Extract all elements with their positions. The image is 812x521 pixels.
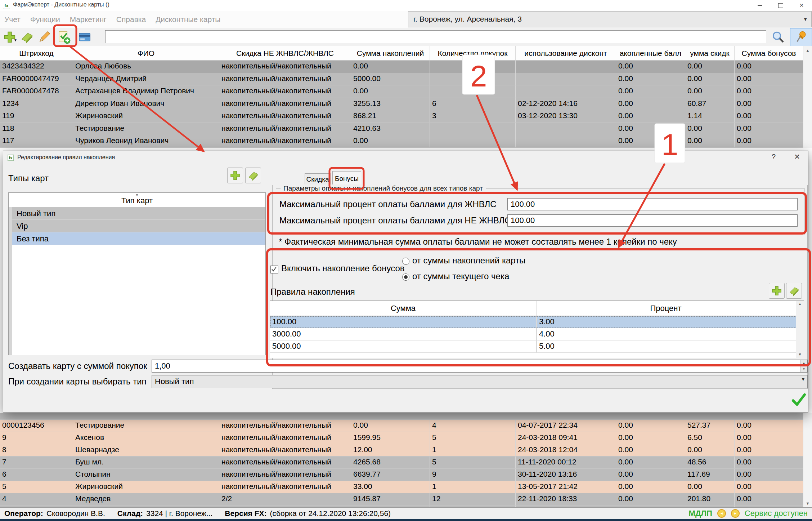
sum-spinner[interactable]: ▲ ▼ (800, 360, 807, 372)
table-row[interactable]: 117Чуриков Леонид Ивановичнакопительный/… (0, 135, 803, 148)
card-types-rows: Новый типVipБез типа (12, 207, 265, 245)
table-cell: 0.00 (351, 61, 430, 73)
search-input[interactable] (105, 30, 766, 43)
table-cell: накопительный/накопительный (219, 110, 351, 123)
table-row[interactable]: 5Жириновскийнакопительный/накопительный3… (0, 481, 803, 493)
table-row[interactable]: 4Медведев2/29145.871222-11-2020 18:330.0… (0, 493, 803, 506)
scroll-down-icon[interactable]: ▼ (798, 351, 802, 358)
table-cell: Тестирование (73, 123, 219, 135)
vertical-scrollbar[interactable]: ▲ (803, 46, 812, 148)
column-header[interactable]: использование дисконт (516, 46, 616, 60)
table-row[interactable]: 9Аксеновнакопительный/накопительный1599.… (0, 432, 803, 444)
table-cell: Черданцев Дмитрий (73, 73, 219, 85)
table-row[interactable]: 8Шеварнадзенакопительный/накопительный12… (0, 444, 803, 457)
radio-from-current-receipt[interactable] (402, 273, 409, 281)
spin-up-icon[interactable]: ▲ (800, 360, 807, 366)
eraser-icon (247, 170, 259, 181)
accumulation-rules-button[interactable] (55, 29, 72, 45)
column-header[interactable]: умма скидк (685, 46, 735, 60)
table-row[interactable]: FAR0000047478Астраханцев Владимир Петров… (0, 85, 803, 98)
version-status: Версия FX: (сборка от 24.12.2020 13:26:2… (225, 509, 391, 518)
scroll-up-icon[interactable]: ▲ (798, 301, 802, 307)
add-card-type-button[interactable] (227, 168, 243, 183)
table-cell: 6.50 (685, 432, 735, 444)
card-types-list-header[interactable]: ▼ Тип карт (9, 193, 265, 207)
menu-item-Маркетинг[interactable]: Маркетинг (70, 15, 107, 24)
row-header-strip (9, 207, 12, 355)
table-row[interactable]: 100.003.00 (270, 316, 804, 328)
radio-from-card-total[interactable] (402, 258, 409, 265)
column-header[interactable]: Количество покупок (430, 46, 516, 60)
branch-address-combobox[interactable]: г. Воронеж, ул. Арсенальная, 3 (408, 11, 812, 27)
close-button[interactable]: ✕ (791, 0, 812, 11)
operator-value: Сковородин В.В. (46, 509, 105, 518)
menu-item-Справка[interactable]: Справка (116, 15, 146, 24)
max-percent-zhnvls-input[interactable] (507, 198, 798, 210)
enable-bonus-checkbox[interactable] (270, 266, 278, 273)
table-cell: 1.14 (685, 110, 735, 123)
table-row[interactable]: 118Тестированиенакопительный/накопительн… (0, 123, 803, 135)
table-row[interactable]: 119Жириновскийнакопительный/накопительны… (0, 110, 803, 123)
eraser-icon (788, 285, 800, 297)
table-cell: 33.00 (351, 481, 430, 493)
card-type-row[interactable]: Без типа (12, 232, 265, 245)
table-row[interactable]: 6Столыпиннакопительный/накопительный6639… (0, 469, 803, 481)
help-button[interactable]: ? (772, 153, 776, 161)
coin-right-icon: ► (731, 509, 740, 518)
table-row[interactable]: 0000123456Тестированиенакопительный/нако… (0, 420, 803, 432)
delete-card-button[interactable] (19, 29, 35, 45)
delete-rule-button[interactable] (786, 283, 802, 299)
create-card-type-combobox[interactable]: Новый тип (152, 375, 808, 388)
card-types-label: Типы карт (8, 173, 49, 183)
column-header[interactable]: Сумма накоплений (351, 46, 430, 60)
column-header[interactable]: Штрихкод (0, 46, 73, 60)
edit-card-button[interactable] (36, 29, 53, 45)
maximize-button[interactable] (770, 0, 791, 11)
table-cell: 24-03-2018 09:41 (516, 432, 616, 444)
radio-dot (404, 275, 408, 279)
vertical-scrollbar[interactable]: ▼ (803, 413, 812, 507)
table-row[interactable]: 3423434322Орлова Любовьнакопительный/нак… (0, 61, 803, 73)
dropdown-caret-icon[interactable]: ▼ (14, 38, 17, 42)
spin-down-icon[interactable]: ▼ (800, 366, 807, 372)
table-row[interactable]: 1234Директор Иван Ивановичнакопительный/… (0, 98, 803, 111)
rules-scrollbar[interactable]: ▲ ▼ (796, 301, 804, 358)
column-header[interactable]: Процент (537, 301, 795, 316)
check-add-icon (57, 30, 71, 44)
tab-discount[interactable]: Скидка (305, 173, 331, 185)
column-header[interactable]: акопленные балл (616, 46, 685, 60)
menu-item-Функции[interactable]: Функции (30, 15, 60, 24)
scroll-down-icon[interactable]: ▼ (806, 499, 810, 507)
minimize-button[interactable] (749, 0, 770, 11)
table-cell: 5 (430, 457, 516, 468)
delete-card-type-button[interactable] (245, 168, 261, 183)
search-button[interactable] (768, 29, 788, 45)
dialog-close-button[interactable]: ✕ (794, 152, 800, 161)
table-cell: 48.56 (685, 457, 735, 468)
table-row[interactable]: 5000.005.00 (270, 340, 804, 353)
discount-card-button[interactable] (76, 29, 93, 45)
table-row[interactable]: 3000.004.00 (270, 328, 804, 340)
column-header[interactable]: Скидка НЕ ЖНВЛС/ЖНВЛС (219, 46, 351, 60)
rules-table-rows: 100.003.003000.004.005000.005.00 (270, 316, 804, 353)
scroll-up-icon[interactable]: ▲ (806, 48, 810, 53)
table-row[interactable]: 7Буш мл.накопительный/накопительный4265.… (0, 457, 803, 469)
column-header[interactable]: Сумма бонусов (735, 46, 803, 60)
column-header[interactable]: ФИО (73, 46, 219, 60)
max-percent-ne-zhnvls-input[interactable] (507, 214, 798, 227)
ok-button[interactable] (789, 391, 808, 409)
menu-item-Дисконтные карты[interactable]: Дисконтные карты (156, 15, 220, 24)
table-row[interactable]: FAR0000047479Черданцев Дмитрийнакопитель… (0, 73, 803, 86)
title-bar: fx ФармЭксперт - Дисконтные карты () ✕ (0, 0, 812, 11)
card-type-row[interactable]: Новый тип (12, 207, 265, 220)
table-cell: 868.21 (351, 110, 430, 123)
card-type-row[interactable]: Vip (12, 220, 265, 232)
add-card-button[interactable] (1, 29, 18, 45)
column-header[interactable]: Сумма (270, 301, 537, 316)
add-rule-button[interactable] (769, 283, 785, 299)
pin-toggle-button[interactable] (790, 28, 812, 46)
table-cell: накопительный/накопительный (219, 85, 351, 98)
tab-bonus[interactable]: Бонусы (332, 171, 361, 186)
create-card-sum-input[interactable] (152, 360, 808, 373)
menu-item-Учет[interactable]: Учет (4, 15, 21, 24)
